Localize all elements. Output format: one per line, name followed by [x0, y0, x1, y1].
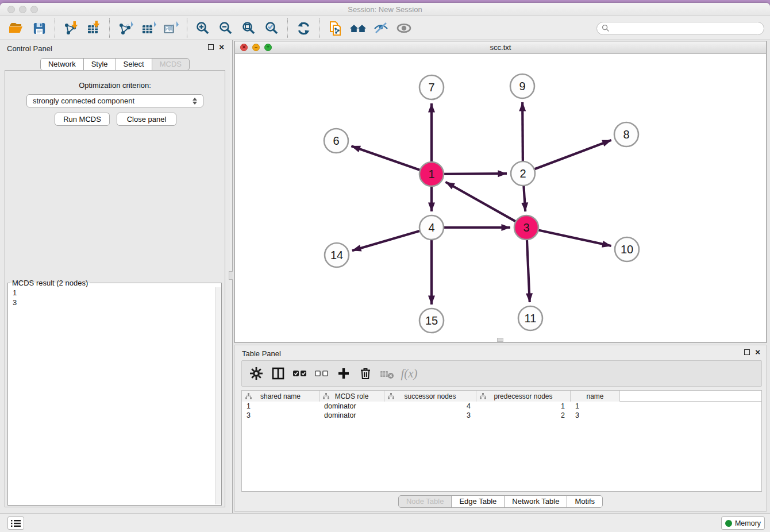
delete-column-icon[interactable]	[355, 363, 376, 384]
node-15[interactable]: 15	[419, 309, 444, 333]
table-cell[interactable]: 3	[571, 411, 620, 420]
node-1[interactable]: 1	[419, 162, 444, 186]
export-network-icon[interactable]	[114, 18, 137, 38]
table-cell[interactable]: 1	[476, 402, 571, 411]
main-toolbar-icons	[5, 18, 415, 38]
table-tab-node-table[interactable]: Node Table	[398, 495, 452, 508]
node-4[interactable]: 4	[419, 215, 444, 240]
node-9[interactable]: 9	[510, 74, 534, 98]
close-panel-button[interactable]: Close panel	[117, 113, 176, 126]
table-cell[interactable]: 3	[242, 411, 319, 420]
close-panel-icon[interactable]: ×	[219, 44, 224, 50]
close-table-panel-icon[interactable]: ×	[755, 349, 760, 355]
zoom-selected-icon[interactable]	[260, 18, 283, 38]
edge-1-6[interactable]	[351, 146, 421, 170]
search-box[interactable]	[596, 22, 764, 35]
node-3[interactable]: 3	[514, 215, 538, 240]
edge-2-8[interactable]	[533, 140, 611, 169]
edge-3-10[interactable]	[537, 230, 611, 246]
delete-table-icon[interactable]	[376, 363, 398, 384]
column-header-successor-nodes[interactable]: successor nodes	[384, 391, 476, 402]
control-panel-tabs: NetworkStyleSelectMCDS	[0, 58, 230, 71]
result-scrollbar[interactable]	[215, 287, 221, 504]
column-header-name[interactable]: name	[571, 391, 620, 402]
zoom-fit-icon[interactable]	[237, 18, 260, 38]
save-session-icon[interactable]	[28, 18, 51, 38]
table-cell[interactable]: 1	[242, 402, 319, 411]
edge-4-14[interactable]	[352, 230, 421, 250]
select-all-checkboxes-icon[interactable]	[289, 363, 311, 384]
table-tab-edge-table[interactable]: Edge Table	[451, 495, 505, 508]
edge-2-3[interactable]	[523, 184, 525, 211]
table-row[interactable]: 3dominator323	[242, 411, 761, 420]
status-bar: Memory	[0, 513, 770, 532]
edge-1-2[interactable]	[442, 174, 507, 174]
float-table-panel-icon[interactable]	[744, 349, 750, 355]
table-cell[interactable]: 1	[571, 402, 620, 411]
table-cell[interactable]: dominator	[319, 402, 384, 411]
column-header-shared-name[interactable]: shared name	[242, 391, 319, 402]
node-8[interactable]: 8	[614, 122, 638, 147]
node-10[interactable]: 10	[615, 237, 639, 261]
table-settings-icon[interactable]	[245, 363, 267, 384]
split-columns-icon[interactable]	[267, 363, 289, 384]
tab-select[interactable]: Select	[116, 58, 152, 71]
node-11[interactable]: 11	[518, 306, 542, 330]
edge-3-1[interactable]	[445, 182, 517, 222]
criterion-dropdown[interactable]: strongly connected component	[26, 94, 203, 107]
mcds-result-line: 3	[13, 298, 210, 307]
import-table-icon[interactable]	[82, 18, 105, 38]
table-cell[interactable]: 2	[476, 411, 571, 420]
mcds-result-list[interactable]: 13	[9, 287, 214, 504]
memory-status-icon	[725, 520, 732, 527]
table-tab-network-table[interactable]: Network Table	[504, 495, 567, 508]
node-7[interactable]: 7	[419, 75, 444, 99]
toolbar-separator	[187, 18, 187, 38]
node-14[interactable]: 14	[325, 243, 349, 267]
search-input[interactable]	[610, 24, 759, 33]
memory-button[interactable]: Memory	[721, 516, 765, 530]
open-file-icon[interactable]	[5, 18, 28, 38]
svg-text:7: 7	[428, 81, 434, 94]
deselect-all-checkboxes-icon[interactable]	[311, 363, 333, 384]
function-builder-icon[interactable]: f(x)	[398, 363, 420, 384]
network-canvas[interactable]: 1234678910111415	[235, 54, 766, 342]
home-view-icon[interactable]	[346, 18, 369, 38]
refresh-layout-icon[interactable]	[292, 18, 315, 38]
mcds-result-title: MCDS result (2 nodes)	[10, 279, 90, 287]
tab-network[interactable]: Network	[40, 58, 84, 71]
zoom-in-icon[interactable]	[191, 18, 214, 38]
import-network-icon[interactable]	[59, 18, 82, 38]
tab-style[interactable]: Style	[83, 58, 116, 71]
node-6[interactable]: 6	[324, 129, 348, 153]
hide-details-icon[interactable]	[369, 18, 392, 38]
table-tab-motifs[interactable]: Motifs	[567, 495, 603, 508]
float-panel-icon[interactable]	[208, 44, 214, 50]
svg-text:6: 6	[333, 134, 339, 147]
mcds-result-line: 1	[13, 288, 210, 298]
run-mcds-button[interactable]: Run MCDS	[55, 113, 110, 126]
tab-mcds[interactable]: MCDS	[152, 58, 190, 71]
edge-3-11[interactable]	[527, 238, 530, 302]
column-header-mcds-role[interactable]: MCDS role	[319, 391, 384, 402]
node-2[interactable]: 2	[511, 161, 535, 186]
network-graph[interactable]: 1234678910111415	[235, 54, 766, 342]
clone-network-icon[interactable]	[324, 18, 346, 38]
dropdown-stepper-icon	[192, 98, 197, 105]
edge-2-9[interactable]	[522, 102, 523, 163]
table-cell[interactable]: 4	[384, 402, 476, 411]
export-table-icon[interactable]	[137, 18, 160, 38]
table-cell[interactable]: 3	[384, 411, 476, 420]
column-header-predecessor-nodes[interactable]: predecessor nodes	[476, 391, 571, 402]
show-details-icon[interactable]	[392, 18, 415, 38]
export-image-icon[interactable]	[160, 18, 183, 38]
toolbar-separator	[55, 18, 55, 38]
add-column-icon[interactable]	[333, 363, 355, 384]
task-history-button[interactable]	[7, 516, 24, 530]
column-header-label: shared name	[260, 392, 301, 400]
svg-text:11: 11	[525, 312, 537, 325]
network-resize-handle[interactable]	[497, 338, 503, 342]
table-row[interactable]: 1dominator411	[242, 402, 761, 411]
table-cell[interactable]: dominator	[319, 411, 384, 420]
zoom-out-icon[interactable]	[214, 18, 237, 38]
